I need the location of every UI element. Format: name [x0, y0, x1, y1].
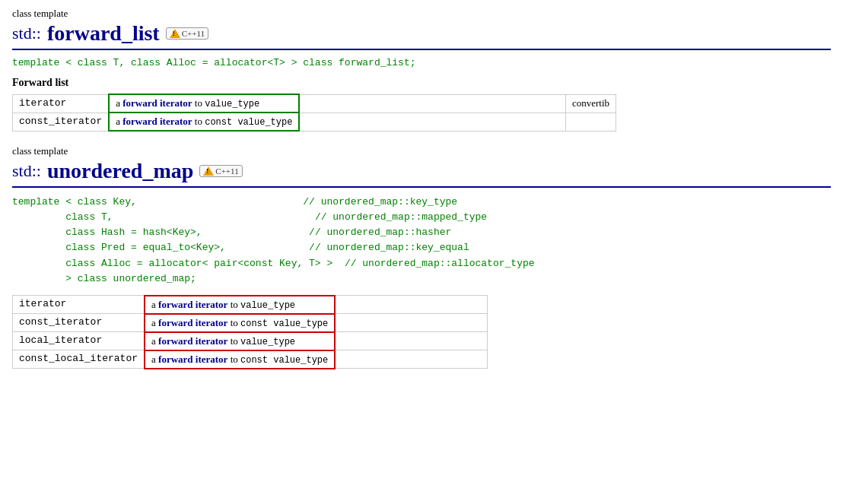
table-row: const_iterator a forward iterator to con…: [13, 314, 488, 332]
forward-list-section: class template std::forward_list C++11 t…: [12, 8, 831, 132]
prefix-1: std::: [12, 24, 41, 43]
tl-4-comment: // unordered_map::key_equal: [309, 242, 469, 253]
warning-icon-2: [203, 166, 214, 176]
class-name-1: forward_list: [47, 21, 160, 46]
code-text: const value_type: [205, 117, 292, 128]
table-row: iterator a forward iterator to value_typ…: [13, 296, 488, 314]
tl-6-code: > class unordered_map;: [12, 273, 196, 284]
class-name-2: unordered_map: [47, 159, 193, 183]
code-text: value_type: [240, 300, 295, 311]
separator-2: [12, 186, 831, 188]
code-text: value_type: [240, 337, 295, 347]
class-title-2: std::unordered_map C++11: [12, 159, 831, 183]
table-row: iterator a forward iterator to value_typ…: [13, 94, 616, 113]
cpp11-badge-2: C++11: [199, 165, 242, 177]
desc-cell: a forward iterator to value_type: [109, 94, 299, 113]
type-cell: local_iterator: [13, 332, 145, 350]
type-cell: const_iterator: [13, 314, 145, 332]
subtitle-1: Forward list: [12, 77, 831, 89]
desc-cell: a forward iterator to const value_type: [145, 350, 335, 369]
bold-text: forward iterator: [122, 116, 192, 127]
template-block-2: template < class Key, // unordered_map::…: [12, 192, 831, 289]
class-label-1: class template: [12, 8, 831, 20]
type-cell: const_local_iterator: [13, 350, 145, 369]
type-cell: iterator: [13, 94, 110, 113]
extra-cell: [335, 350, 487, 369]
bold-text: forward iterator: [158, 317, 227, 328]
tl-1-code: template < class Key,: [12, 196, 137, 208]
class-label-2: class template: [12, 145, 831, 157]
code-text: const value_type: [240, 355, 328, 366]
cpp11-badge-1: C++11: [166, 27, 208, 40]
bold-text: forward iterator: [122, 97, 192, 109]
empty-cell: [565, 113, 616, 131]
table-row: const_iterator a forward iterator to con…: [13, 113, 616, 131]
badge-text-1: C++11: [182, 29, 205, 38]
class-title-1: std::forward_list C++11: [12, 21, 831, 46]
code-text: value_type: [205, 99, 259, 109]
separator-1: [12, 49, 831, 50]
tl-5-code: class Alloc = allocator< pair<const Key,…: [12, 258, 332, 269]
desc-cell: a forward iterator to value_type: [145, 332, 335, 350]
warning-icon-1: [170, 29, 180, 38]
unordered-map-section: class template std::unordered_map C++11 …: [12, 145, 831, 369]
template-line-1: template < class T, class Alloc = alloca…: [12, 55, 831, 71]
tl-4-code: class Pred = equal_to<Key>,: [12, 242, 226, 253]
table-row: local_iterator a forward iterator to val…: [13, 332, 488, 350]
code-text: const value_type: [240, 319, 328, 329]
desc-cell: a forward iterator to value_type: [145, 296, 335, 314]
unordered-map-table: iterator a forward iterator to value_typ…: [12, 295, 488, 369]
bold-text: forward iterator: [158, 299, 227, 310]
tl-2-code: class T,: [12, 211, 113, 223]
extra-cell: [335, 332, 487, 350]
type-cell: const_iterator: [13, 113, 110, 131]
badge-text-2: C++11: [215, 166, 238, 176]
extra-cell: [299, 113, 565, 131]
prefix-2: std::: [12, 161, 41, 181]
tl-2-comment: // unordered_map::mapped_type: [315, 211, 487, 223]
tl-1-comment: // unordered_map::key_type: [303, 196, 457, 208]
desc-cell: a forward iterator to const value_type: [109, 113, 299, 131]
type-cell: iterator: [13, 296, 145, 314]
tl-3-comment: // unordered_map::hasher: [309, 227, 451, 238]
extra-cell: [299, 94, 565, 113]
table-row: const_local_iterator a forward iterator …: [13, 350, 488, 369]
tl-5-comment: // unordered_map::allocator_type: [345, 258, 535, 269]
convertib-cell: convertib: [565, 94, 616, 113]
desc-cell: a forward iterator to const value_type: [145, 314, 335, 332]
bold-text: forward iterator: [158, 353, 227, 365]
forward-list-table: iterator a forward iterator to value_typ…: [12, 94, 616, 132]
extra-cell: [335, 296, 487, 314]
bold-text: forward iterator: [158, 335, 227, 347]
tl-3-code: class Hash = hash<Key>,: [12, 227, 202, 238]
extra-cell: [335, 314, 487, 332]
